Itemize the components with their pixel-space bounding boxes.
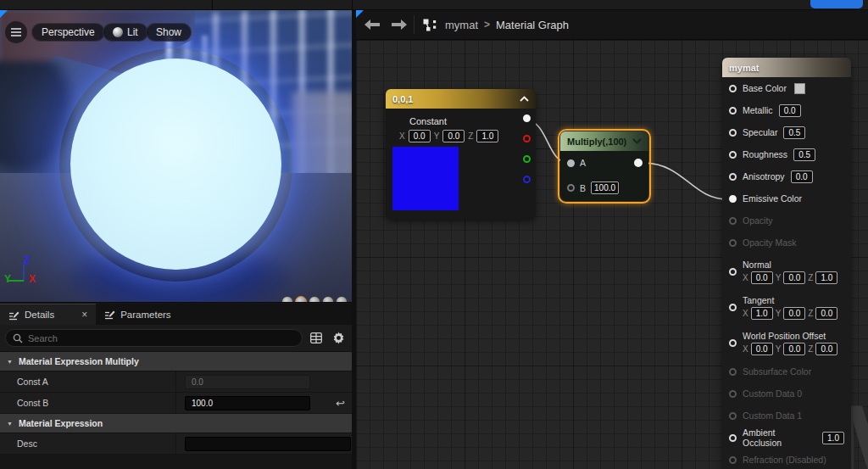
tab-parameters[interactable]: Parameters <box>96 304 179 325</box>
details-panel: Details × Parameters Search <box>0 302 352 469</box>
result-pin[interactable] <box>729 368 737 376</box>
graph-canvas[interactable]: M 0,0,1 Constant X0.0Y0.0Z1.0 <box>356 40 868 469</box>
result-pin[interactable] <box>729 85 737 92</box>
result-pin-label: World Position Offset <box>743 331 837 341</box>
multiply-node-title: Multiply(,100) <box>567 137 626 147</box>
input-label: A <box>580 158 586 168</box>
value-box[interactable]: 1.0 <box>476 130 498 142</box>
value-box[interactable]: 0.5 <box>793 148 815 161</box>
show-button[interactable]: Show <box>146 23 192 42</box>
result-row: Ambient Occlusion1.0 <box>722 427 851 449</box>
preview-shape-cube-button[interactable] <box>322 296 334 302</box>
wire-multiply-to-emissive[interactable] <box>643 163 729 199</box>
lit-button[interactable]: Lit <box>103 23 148 42</box>
constant-output-pin-red[interactable] <box>523 135 531 142</box>
details-pencil-icon <box>8 310 19 321</box>
result-row: Refraction (Disabled) <box>722 449 851 469</box>
result-pin[interactable] <box>729 107 737 114</box>
result-pin-label: Emissive Color <box>743 193 802 204</box>
perspective-label: Perspective <box>42 26 95 38</box>
result-pin[interactable] <box>729 217 737 225</box>
constant-output-pin-blue[interactable] <box>523 176 531 183</box>
value-box[interactable]: 1.0 <box>822 432 844 444</box>
section-header[interactable]: ▼Material Expression <box>0 414 352 433</box>
graph-hierarchy-icon[interactable] <box>421 16 438 33</box>
node-multiply[interactable]: Multiply(,100) AB100.0 <box>560 131 648 201</box>
display-grid-button[interactable] <box>308 330 325 347</box>
result-pin[interactable] <box>729 239 737 247</box>
viewport-menu-button[interactable] <box>5 21 27 43</box>
section-header[interactable]: ▼Material Expression Multiply <box>0 352 352 371</box>
result-pin[interactable] <box>729 434 737 442</box>
constant-node-header[interactable]: 0,0,1 <box>386 89 536 109</box>
value-box[interactable]: 0.0 <box>779 104 801 117</box>
result-pin[interactable] <box>729 151 737 159</box>
result-pin[interactable] <box>729 129 737 137</box>
preview-viewport[interactable]: Perspective Lit Show Z Y X <box>0 10 352 302</box>
breadcrumb-current[interactable]: Material Graph <box>496 19 569 31</box>
reset-to-default-icon[interactable]: ↩ <box>336 397 345 410</box>
result-pin-label: Subsurface Color <box>743 366 811 377</box>
value-box[interactable]: 0.0 <box>815 343 837 355</box>
result-pin[interactable] <box>729 339 737 347</box>
value-box[interactable]: 0.0 <box>783 307 805 320</box>
result-pin[interactable] <box>729 173 737 181</box>
value-box[interactable]: 0.0 <box>783 271 805 284</box>
collapse-chevron-down-icon[interactable] <box>632 138 642 144</box>
property-value-input[interactable]: 100.0 <box>185 396 310 410</box>
input-pin-a[interactable] <box>567 159 575 167</box>
preview-shape-cylinder-button[interactable] <box>281 296 293 302</box>
preview-shape-sphere-button[interactable] <box>295 296 307 302</box>
multiply-node-header[interactable]: Multiply(,100) <box>560 131 648 151</box>
viewport-toolbar: Perspective Lit Show <box>0 10 352 47</box>
value-box[interactable]: 0.0 <box>815 307 837 320</box>
value-box[interactable]: 0.0 <box>751 343 773 355</box>
multiply-output-pin[interactable] <box>634 159 643 167</box>
result-pin[interactable] <box>729 412 737 420</box>
arrow-right-icon <box>392 20 407 30</box>
result-node-header[interactable]: mymat <box>722 58 851 77</box>
result-pin[interactable] <box>729 456 737 464</box>
preview-shape-teapot-button[interactable] <box>336 296 348 302</box>
vector-group: NormalX0.0Y0.0Z1.0 <box>743 260 837 284</box>
result-pin[interactable] <box>729 390 737 398</box>
value-box[interactable]: 0.0 <box>791 170 813 183</box>
preview-shape-plane-button[interactable] <box>309 296 320 302</box>
value-box[interactable]: 1.0 <box>815 271 837 284</box>
node-constant[interactable]: 0,0,1 Constant X0.0Y0.0Z1.0 <box>386 89 536 219</box>
search-input[interactable]: Search <box>5 329 303 347</box>
node-result-mymat[interactable]: mymat Base ColorMetallic0.0Specular0.5Ro… <box>722 58 851 469</box>
value-box[interactable]: 0.0 <box>783 343 805 355</box>
value-box[interactable]: 100.0 <box>591 181 619 194</box>
result-pin[interactable] <box>729 268 737 276</box>
axis-label: Z <box>808 309 813 318</box>
back-button[interactable] <box>363 20 381 30</box>
property-value-input: 0.0 <box>185 375 310 389</box>
scene-wall <box>292 92 352 176</box>
axis-gizmo: Z Y X <box>3 254 54 297</box>
value-box[interactable]: 0.0 <box>442 130 465 142</box>
apply-button-remnant[interactable] <box>810 0 863 8</box>
result-pin[interactable] <box>729 195 737 203</box>
input-pin-b[interactable] <box>567 184 575 192</box>
base-color-swatch[interactable] <box>794 83 805 94</box>
constant-output-pin-green[interactable] <box>523 155 531 163</box>
value-box[interactable]: 0.0 <box>751 271 773 284</box>
result-pin-label: Opacity <box>743 215 773 226</box>
value-box[interactable]: 0.5 <box>783 126 805 139</box>
property-value-input[interactable] <box>185 437 351 451</box>
perspective-button[interactable]: Perspective <box>31 23 105 42</box>
result-row: NormalX0.0Y0.0Z1.0 <box>722 254 851 289</box>
constant-output-pin-white[interactable] <box>523 114 531 122</box>
forward-button[interactable] <box>390 20 409 30</box>
tab-close-icon[interactable]: × <box>81 309 87 321</box>
tab-details[interactable]: Details × <box>0 304 96 325</box>
collapse-chevron-up-icon[interactable] <box>520 96 529 102</box>
viewport-focus-indicator <box>0 10 8 18</box>
settings-gear-button[interactable] <box>330 330 347 347</box>
value-box[interactable]: 0.0 <box>409 130 431 142</box>
breadcrumb-root[interactable]: mymat <box>445 19 478 31</box>
value-box[interactable]: 1.0 <box>751 307 773 320</box>
result-row: Opacity Mask <box>722 232 851 254</box>
result-pin[interactable] <box>729 304 737 311</box>
